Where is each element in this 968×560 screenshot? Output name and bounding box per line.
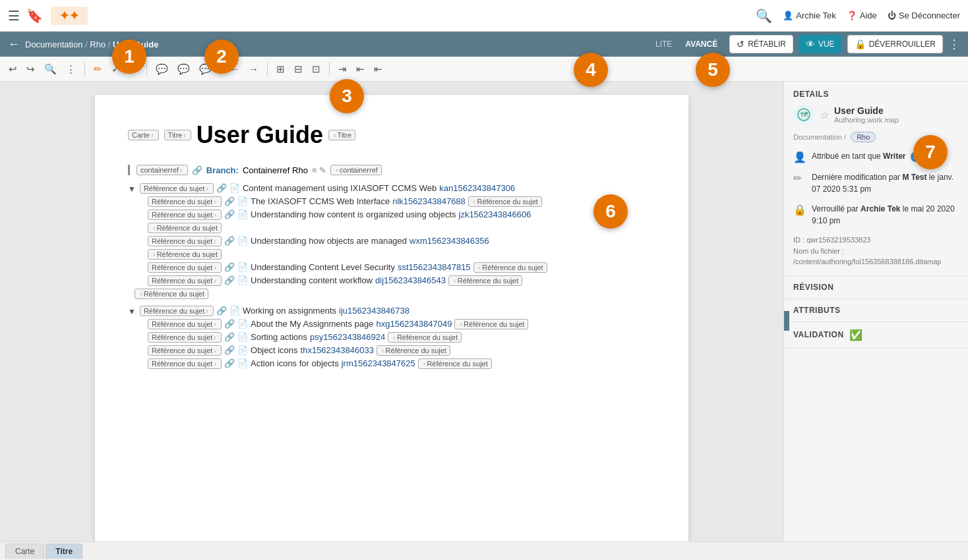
attributs-section-button[interactable]: ATTRIBUTS: [784, 299, 968, 322]
details-doc-title: User Guide: [834, 105, 899, 116]
deverrouiller-button[interactable]: 🔒 DÉVERROUILLER: [847, 35, 943, 53]
topic-row-child-2-3: Référence du sujet › 🔗 📄 Object icons th…: [148, 344, 655, 357]
ref-tag-1: Référence du sujet ›: [140, 183, 214, 194]
bookmark-icon[interactable]: 🔖: [26, 8, 43, 24]
arrow-left-button[interactable]: ←: [226, 61, 243, 76]
svg-text:✦✦: ✦✦: [59, 9, 79, 22]
table-button-2[interactable]: ⊟: [291, 61, 306, 77]
breadcrumb-documentation[interactable]: Documentation: [25, 40, 82, 49]
topic-row-child-1-2: Référence du sujet › 🔗 📄 Understanding h…: [148, 208, 655, 221]
attributs-label: ATTRIBUTS: [793, 306, 841, 315]
doc-icon-2-3: 📄: [237, 345, 248, 355]
ref-tag-2-4: Référence du sujet ›: [148, 358, 222, 369]
lock-info: Verrouillé par Archie Tek le mai 20 2020…: [812, 203, 959, 227]
topic-link-2-2[interactable]: psy1562343846924: [310, 332, 385, 342]
topic-link-1-3[interactable]: wxm1562343846356: [409, 236, 489, 246]
retablir-label: RÉTABLIR: [748, 40, 786, 49]
outdent-button-2[interactable]: ⇤: [371, 61, 386, 77]
mode-avance[interactable]: AVANCÉ: [679, 37, 724, 51]
logout-icon: ⏻: [888, 11, 896, 20]
user-detail-icon: 👤: [793, 151, 806, 163]
titre-tag-left: Titre ‹: [164, 130, 191, 140]
details-doc-subtitle: Authoring:work map: [834, 116, 899, 124]
content-area[interactable]: Carte › Titre ‹ User Guide ‹ Titre conta…: [0, 82, 783, 560]
topic-link-1-4[interactable]: sst1562343847815: [398, 262, 471, 272]
comment-button-3[interactable]: 💬: [196, 61, 215, 77]
help-menu[interactable]: ❓ Aide: [847, 11, 877, 20]
carte-tag-label: Carte: [132, 131, 150, 139]
top-search-icon[interactable]: 🔍: [756, 8, 772, 24]
ref-tag-2-4-end: ‹ Référence du sujet: [418, 358, 492, 369]
titre-tag-right: ‹ Titre: [328, 130, 355, 140]
detail-row-edit: ✏ Dernière modification par M Test le ja…: [793, 171, 959, 195]
doc-icon-1: 📄: [229, 183, 240, 193]
topic-row-child-2-2: Référence du sujet › 🔗 📄 Sorting actions…: [148, 331, 655, 344]
check-button[interactable]: ✓: [108, 61, 123, 77]
sidebar-collapse-button[interactable]: ‹: [783, 311, 789, 331]
topic-link-1-5[interactable]: dij1562343846543: [375, 275, 446, 285]
containerref-tag-left: containerref ›: [136, 165, 188, 175]
topic-link-2[interactable]: iju1562343846738: [339, 306, 409, 316]
details-doc-info: User Guide Authoring:work map: [834, 105, 899, 124]
validation-section-button[interactable]: VALIDATION ✅: [784, 322, 968, 349]
topic-text-2-3: Object icons: [251, 345, 298, 355]
ref-tag-1-5: Référence du sujet ›: [148, 275, 222, 286]
link-icon-1-5: 🔗: [224, 275, 235, 285]
logout-menu[interactable]: ⏻ Se Déconnecter: [888, 11, 960, 20]
comment-button-1[interactable]: 💬: [152, 61, 171, 77]
doc-title-area: Carte › Titre ‹ User Guide ‹ Titre: [128, 121, 655, 149]
topic-link-2-1[interactable]: hxg1562343847049: [376, 319, 452, 329]
topic-link-1-1[interactable]: nlk1562343847688: [392, 196, 466, 206]
help-icon: ❓: [847, 11, 857, 20]
deverrouiller-label: DÉVERROUILLER: [869, 40, 936, 49]
edit-button[interactable]: ✏: [90, 61, 106, 77]
toolbar-sep-5: [329, 62, 330, 76]
comment-button-2[interactable]: 💬: [174, 61, 193, 77]
doc-icon-1-1: 📄: [237, 196, 248, 206]
ref-tag-2-1: Référence du sujet ›: [148, 319, 222, 329]
hamburger-icon[interactable]: ☰: [8, 8, 20, 24]
doc-icon-2-4: 📄: [237, 358, 248, 368]
topic-link-2-3[interactable]: thx1562343846033: [301, 345, 374, 355]
validation-icon: ✅: [849, 329, 863, 341]
link-icon-2-3: 🔗: [224, 345, 235, 355]
close-button[interactable]: ✕: [126, 61, 141, 77]
topic-text-1-3: Understanding how objects are managed: [251, 236, 407, 246]
topic-link-1-2[interactable]: jzk1562343846606: [459, 210, 531, 219]
more-icon[interactable]: ⋮: [948, 37, 960, 51]
tab-titre[interactable]: Titre: [45, 544, 82, 559]
topic-text-1-5: Understanding content workflow: [251, 275, 373, 285]
more-options-button[interactable]: ⋮: [63, 61, 79, 77]
ref-tag-2: Référence du sujet ›: [140, 306, 214, 316]
user-menu[interactable]: 👤 Archie Tek: [783, 11, 835, 20]
link-icon-2-4: 🔗: [224, 358, 235, 368]
outdent-button[interactable]: ⇤: [353, 61, 368, 77]
back-arrow[interactable]: ←: [8, 38, 20, 51]
titre-tag-right-label: Titre: [338, 131, 352, 139]
lock-icon: 🔒: [855, 39, 866, 49]
redo-button[interactable]: ↪: [23, 61, 38, 77]
table-button-1[interactable]: ⊞: [273, 61, 288, 77]
revision-section-button[interactable]: RÉVISION: [784, 276, 968, 299]
undo-button[interactable]: ↩: [5, 61, 20, 77]
arrow-right-button[interactable]: →: [245, 61, 262, 76]
topic-link-2-4[interactable]: jrm1562343847625: [342, 358, 415, 368]
topic-text-2-1: About the My Assignments page: [251, 319, 373, 329]
star-icon[interactable]: ☆: [820, 109, 829, 121]
user-icon: 👤: [783, 11, 793, 20]
breadcrumb-rho[interactable]: Rho: [90, 40, 106, 49]
tab-carte[interactable]: Carte: [5, 544, 44, 559]
indent-button[interactable]: ⇥: [335, 61, 350, 77]
topic-link-1[interactable]: kan1562343847306: [439, 183, 515, 193]
help-label: Aide: [860, 11, 877, 20]
search-button[interactable]: 🔍: [41, 61, 60, 77]
ref-tag-1-1-end: ‹ Référence du sujet: [468, 196, 542, 207]
table-button-3[interactable]: ⊡: [309, 61, 324, 77]
collapse-arrow-2[interactable]: ▼: [128, 307, 136, 316]
topic-row-main-1: ▼ Référence du sujet › 🔗 📄 Content manag…: [128, 182, 655, 195]
vue-button[interactable]: 👁 VUE: [799, 35, 842, 53]
collapse-arrow-1[interactable]: ▼: [128, 184, 136, 194]
retablir-button[interactable]: ↺ RÉTABLIR: [729, 35, 793, 53]
mode-lite[interactable]: LITE: [649, 37, 679, 51]
document-page: Carte › Titre ‹ User Guide ‹ Titre conta…: [95, 95, 688, 547]
